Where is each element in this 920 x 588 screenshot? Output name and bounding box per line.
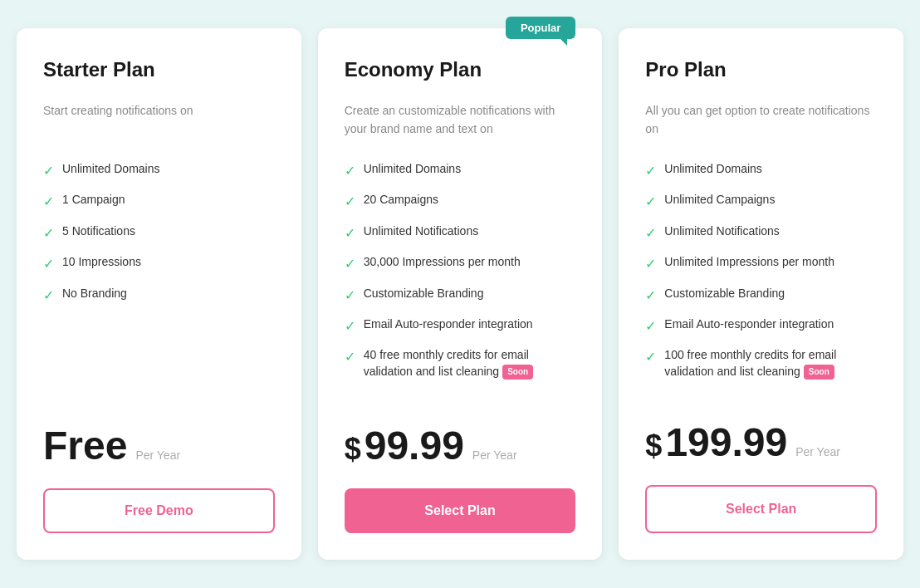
price-section-starter: Free Per Year <box>43 423 275 468</box>
check-icon: ✓ <box>645 348 656 366</box>
select-plan-button-economy[interactable]: Select Plan <box>345 488 576 533</box>
price-row: $ 199.99 <box>645 419 787 465</box>
feature-item: ✓ Email Auto-responder integration <box>345 316 576 336</box>
plans-container: Starter PlanStart creating notifications… <box>17 28 903 560</box>
select-plan-button-pro[interactable]: Select Plan <box>645 485 877 533</box>
check-icon: ✓ <box>345 287 355 305</box>
feature-text: 100 free monthly credits for email valid… <box>664 347 877 380</box>
feature-item: ✓ Unlimited Domains <box>645 161 877 180</box>
feature-text: 10 Impressions <box>62 254 141 271</box>
check-icon: ✓ <box>43 224 54 243</box>
feature-item: ✓ 10 Impressions <box>43 254 275 273</box>
feature-text: Unlimited Notifications <box>664 223 780 240</box>
check-icon: ✓ <box>43 162 54 180</box>
check-icon: ✓ <box>43 255 54 273</box>
feature-item: ✓ 30,000 Impressions per month <box>345 254 576 273</box>
feature-item: ✓ Unlimited Domains <box>43 161 275 180</box>
feature-text: Email Auto-responder integration <box>364 316 533 333</box>
soon-badge: Soon <box>502 365 533 380</box>
check-icon: ✓ <box>345 317 355 336</box>
feature-item: ✓ 5 Notifications <box>43 223 275 243</box>
feature-text: Unlimited Notifications <box>364 223 479 240</box>
check-icon: ✓ <box>645 287 656 305</box>
plan-title-pro: Pro Plan <box>645 58 877 81</box>
feature-item: ✓ 100 free monthly credits for email val… <box>645 347 877 380</box>
feature-text: 30,000 Impressions per month <box>364 254 521 271</box>
feature-item: ✓ 40 free monthly credits for email vali… <box>345 347 576 380</box>
feature-text: Unlimited Domains <box>364 161 461 178</box>
plan-description-pro: All you can get option to create notific… <box>645 101 877 141</box>
feature-text: Unlimited Impressions per month <box>664 254 834 271</box>
feature-item: ✓ Unlimited Impressions per month <box>645 254 877 273</box>
check-icon: ✓ <box>645 162 656 180</box>
check-icon: ✓ <box>345 348 355 366</box>
feature-text: No Branding <box>62 286 127 302</box>
feature-text: 20 Campaigns <box>364 192 438 208</box>
feature-item: ✓ Unlimited Notifications <box>645 223 877 243</box>
plan-title-economy: Economy Plan <box>345 58 576 81</box>
feature-text: Unlimited Domains <box>62 161 159 178</box>
plan-card-economy: PopularEconomy PlanCreate an customizabl… <box>318 28 603 560</box>
check-icon: ✓ <box>43 193 54 211</box>
price-amount: 99.99 <box>365 423 464 468</box>
feature-text: 40 free monthly credits for email valida… <box>364 347 576 380</box>
feature-text: Customizable Branding <box>664 286 785 302</box>
check-icon: ✓ <box>645 317 656 336</box>
price-period: Per Year <box>135 448 180 462</box>
plan-card-starter: Starter PlanStart creating notifications… <box>17 28 301 560</box>
feature-item: ✓ Customizable Branding <box>345 286 576 305</box>
feature-item: ✓ Email Auto-responder integration <box>645 316 877 336</box>
feature-item: ✓ Unlimited Campaigns <box>645 192 877 211</box>
soon-badge: Soon <box>804 365 834 380</box>
check-icon: ✓ <box>345 224 355 243</box>
check-icon: ✓ <box>645 255 656 273</box>
free-demo-button[interactable]: Free Demo <box>43 488 275 533</box>
feature-text: Customizable Branding <box>364 286 484 302</box>
feature-text: 5 Notifications <box>62 223 135 240</box>
price-amount: Free <box>43 423 127 468</box>
check-icon: ✓ <box>345 193 355 211</box>
check-icon: ✓ <box>345 255 355 273</box>
feature-text: Unlimited Domains <box>664 161 761 178</box>
price-section-economy: $ 99.99 Per Year <box>345 423 576 468</box>
check-icon: ✓ <box>645 193 656 211</box>
dollar-sign: $ <box>345 432 361 467</box>
feature-text: Unlimited Campaigns <box>664 192 775 208</box>
plan-card-pro: Pro PlanAll you can get option to create… <box>619 28 903 560</box>
feature-item: ✓ No Branding <box>43 286 275 305</box>
feature-item: ✓ Unlimited Notifications <box>345 223 576 243</box>
feature-item: ✓ Unlimited Domains <box>345 161 576 180</box>
check-icon: ✓ <box>645 224 656 243</box>
feature-item: ✓ Customizable Branding <box>645 286 877 305</box>
plan-title-starter: Starter Plan <box>43 58 275 81</box>
price-period: Per Year <box>795 445 840 458</box>
plan-description-economy: Create an customizable notifications wit… <box>345 101 576 141</box>
plan-description-starter: Start creating notifications on <box>43 101 275 141</box>
price-row: $ 99.99 <box>345 423 464 468</box>
popular-badge: Popular <box>506 17 575 39</box>
feature-text: Email Auto-responder integration <box>664 316 834 333</box>
dollar-sign: $ <box>645 429 662 463</box>
check-icon: ✓ <box>345 162 355 180</box>
price-section-pro: $ 199.99 Per Year <box>645 419 877 465</box>
feature-text: 1 Campaign <box>62 192 125 208</box>
price-amount: 199.99 <box>665 419 787 465</box>
feature-item: ✓ 1 Campaign <box>43 192 275 211</box>
feature-item: ✓ 20 Campaigns <box>345 192 576 211</box>
price-period: Per Year <box>472 448 517 462</box>
features-list-pro: ✓ Unlimited Domains ✓ Unlimited Campaign… <box>645 161 877 396</box>
check-icon: ✓ <box>43 287 54 305</box>
features-list-starter: ✓ Unlimited Domains ✓ 1 Campaign ✓ 5 Not… <box>43 161 275 399</box>
features-list-economy: ✓ Unlimited Domains ✓ 20 Campaigns ✓ Unl… <box>345 161 576 399</box>
